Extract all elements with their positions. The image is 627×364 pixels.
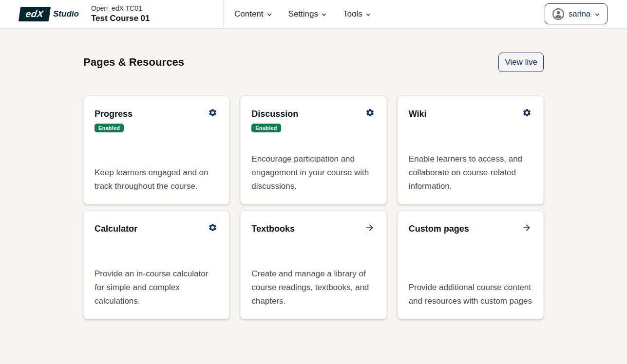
card-title: Calculator (95, 222, 137, 234)
card-description: Encourage participation and engagement i… (251, 152, 375, 193)
view-live-button[interactable]: View live (498, 53, 544, 72)
card-settings-button[interactable] (207, 222, 218, 233)
card-title: Textbooks (251, 222, 295, 234)
gear-icon (208, 108, 217, 117)
course-info: Open_edX TC01 Test Course 01 (91, 4, 150, 24)
page-title: Pages & Resources (83, 56, 184, 69)
card-top: Wiki (409, 107, 532, 119)
card-open-button[interactable] (364, 222, 376, 234)
card-description: Provide additional course content and re… (409, 281, 532, 308)
card-title: Progress (95, 107, 133, 119)
app-header: edX Studio Open_edX TC01 Test Course 01 … (0, 0, 627, 29)
avatar-icon (552, 8, 565, 20)
status-badge: Enabled (95, 124, 124, 132)
card-top: Progress (95, 107, 218, 119)
main-nav: ContentSettingsTools (224, 0, 371, 28)
user-menu-button[interactable]: sarina (545, 3, 608, 24)
chevron-down-icon (266, 12, 272, 18)
gear-icon (365, 108, 375, 117)
card-progress: ProgressEnabledKeep learners engaged and… (83, 96, 229, 204)
card-settings-button[interactable] (207, 107, 218, 118)
edx-studio-logo[interactable]: edX Studio (19, 7, 79, 21)
card-custom-pages: Custom pagesProvide additional course co… (398, 211, 544, 319)
card-top: Calculator (95, 222, 218, 234)
card-top: Discussion (251, 107, 375, 119)
card-calculator: CalculatorProvide an in-course calculato… (83, 211, 229, 319)
card-description: Create and manage a library of course re… (251, 267, 375, 308)
card-settings-button[interactable] (364, 107, 376, 118)
chevron-down-icon (365, 12, 371, 18)
nav-label: Content (234, 9, 264, 19)
arrow-forward-icon (365, 223, 375, 233)
pages-resources-main: Pages & Resources View live ProgressEnab… (83, 29, 544, 319)
header-right: sarina (545, 0, 627, 28)
edx-logo-mark: edX (19, 7, 51, 21)
card-textbooks: TextbooksCreate and manage a library of … (240, 211, 386, 319)
nav-tools[interactable]: Tools (343, 9, 371, 19)
card-description: Keep learners engaged and on track throu… (95, 166, 218, 193)
chevron-down-icon (594, 12, 600, 18)
nav-label: Tools (343, 9, 362, 19)
status-badge: Enabled (251, 124, 281, 132)
card-description: Enable learners to access, and collabora… (409, 152, 532, 193)
nav-settings[interactable]: Settings (288, 9, 327, 19)
card-title: Custom pages (409, 222, 469, 234)
nav-label: Settings (288, 9, 318, 19)
card-title: Discussion (251, 107, 298, 119)
card-description: Provide an in-course calculator for simp… (95, 267, 218, 308)
cards-grid: ProgressEnabledKeep learners engaged and… (83, 96, 544, 319)
card-discussion: DiscussionEnabledEncourage participation… (240, 96, 386, 204)
header-left: edX Studio Open_edX TC01 Test Course 01 (0, 0, 224, 28)
chevron-down-icon (321, 12, 327, 18)
card-top: Textbooks (251, 222, 375, 234)
user-name: sarina (569, 9, 590, 18)
gear-icon (208, 223, 217, 232)
studio-wordmark: Studio (53, 9, 79, 19)
course-org-number: Open_edX TC01 (91, 4, 150, 13)
card-wiki: WikiEnable learners to access, and colla… (398, 96, 544, 204)
card-title: Wiki (409, 107, 427, 119)
nav-content[interactable]: Content (234, 9, 272, 19)
gear-icon (522, 108, 532, 117)
course-title: Test Course 01 (91, 13, 150, 24)
card-settings-button[interactable] (521, 107, 532, 118)
card-top: Custom pages (409, 222, 532, 234)
arrow-forward-icon (522, 223, 532, 233)
page-header: Pages & Resources View live (83, 53, 544, 72)
card-open-button[interactable] (521, 222, 532, 234)
